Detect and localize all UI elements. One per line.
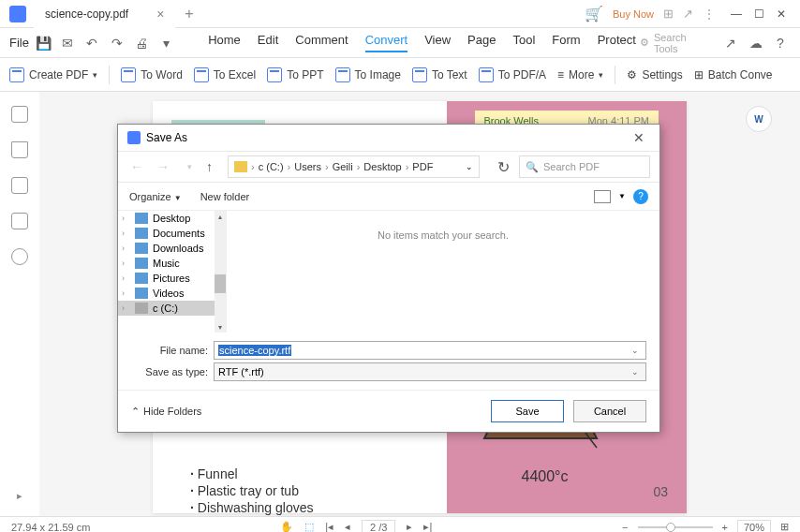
folder-icon xyxy=(234,161,247,172)
dialog-nav: ← → ▾ ↑ › c (C:) › Users › Geili › Deskt… xyxy=(118,151,659,183)
tree-item-videos[interactable]: ›Videos xyxy=(118,286,226,301)
tree-label: Desktop xyxy=(153,213,190,224)
dialog-toolbar: Organize ▼ New folder ▼ ? xyxy=(118,183,659,211)
chevron-icon: › xyxy=(251,161,255,172)
tree-label: Videos xyxy=(153,288,184,299)
search-input[interactable]: 🔍 Search PDF xyxy=(519,155,650,178)
hide-folders-label: Hide Folders xyxy=(143,406,201,417)
recent-dropdown[interactable]: ▾ xyxy=(180,162,199,171)
filename-value: science-copy.rtf xyxy=(218,345,291,356)
chevron-icon: › xyxy=(406,161,409,172)
dialog-close-button[interactable]: ✕ xyxy=(628,128,650,147)
filetype-select[interactable]: RTF (*.rtf) ⌄ xyxy=(214,362,646,381)
chevron-icon: › xyxy=(122,244,125,253)
dialog-overlay: Save As ✕ ← → ▾ ↑ › c (C:) › Users › Gei… xyxy=(0,0,800,532)
forward-button[interactable]: → xyxy=(154,159,172,174)
help-button[interactable]: ? xyxy=(633,189,648,204)
tree-item-documents[interactable]: ›Documents xyxy=(118,226,226,241)
folder-icon xyxy=(135,258,148,269)
dropdown-icon[interactable]: ⌄ xyxy=(629,367,642,377)
tree-item-downloads[interactable]: ›Downloads xyxy=(118,241,226,256)
filetype-label: Save as type: xyxy=(131,366,214,377)
save-as-dialog: Save As ✕ ← → ▾ ↑ › c (C:) › Users › Gei… xyxy=(117,124,660,433)
breadcrumb-item[interactable]: PDF xyxy=(412,161,433,172)
breadcrumb-item[interactable]: Geili xyxy=(333,161,353,172)
filetype-value: RTF (*.rtf) xyxy=(218,366,264,377)
folder-tree[interactable]: ›Desktop ›Documents ›Downloads ›Music ›P… xyxy=(118,211,227,332)
tree-item-drive-c[interactable]: ›c (C:) xyxy=(118,301,226,316)
file-list-area[interactable]: No items match your search. xyxy=(227,211,659,332)
tree-item-music[interactable]: ›Music xyxy=(118,256,226,271)
new-folder-button[interactable]: New folder xyxy=(200,191,250,202)
breadcrumb-item[interactable]: Users xyxy=(294,161,321,172)
tree-item-pictures[interactable]: ›Pictures xyxy=(118,271,226,286)
folder-icon xyxy=(135,273,148,284)
tree-label: Documents xyxy=(153,228,205,239)
chevron-icon: › xyxy=(122,259,125,268)
chevron-icon: › xyxy=(122,273,125,283)
chevron-icon: › xyxy=(122,303,125,313)
up-button[interactable]: ↑ xyxy=(206,159,213,174)
filename-label: File name: xyxy=(131,345,214,356)
chevron-icon: › xyxy=(288,161,291,172)
dialog-body: ›Desktop ›Documents ›Downloads ›Music ›P… xyxy=(118,211,659,332)
back-button[interactable]: ← xyxy=(127,159,146,174)
chevron-icon: › xyxy=(122,288,125,298)
dialog-button-bar: ⌃ Hide Folders Save Cancel xyxy=(118,390,659,432)
scrollbar-track[interactable] xyxy=(215,211,226,332)
breadcrumb-item[interactable]: c (C:) xyxy=(259,161,284,172)
chevron-icon: › xyxy=(122,214,125,223)
tree-label: Downloads xyxy=(153,243,203,254)
dialog-title: Save As xyxy=(146,131,187,144)
refresh-button[interactable]: ↻ xyxy=(495,158,511,176)
tree-label: Pictures xyxy=(153,273,190,284)
tree-label: c (C:) xyxy=(153,303,178,314)
search-icon: 🔍 xyxy=(526,161,539,173)
address-dropdown-icon[interactable]: ⌄ xyxy=(466,162,473,171)
chevron-icon: › xyxy=(122,229,125,238)
breadcrumb-item[interactable]: Desktop xyxy=(363,161,401,172)
cancel-button[interactable]: Cancel xyxy=(573,400,646,422)
folder-icon xyxy=(135,213,148,224)
save-button[interactable]: Save xyxy=(491,400,564,422)
dropdown-icon[interactable]: ⌄ xyxy=(629,346,642,355)
tree-item-desktop[interactable]: ›Desktop xyxy=(118,211,226,226)
organize-button[interactable]: Organize ▼ xyxy=(129,191,182,202)
scroll-up-button[interactable]: ▴ xyxy=(215,211,226,222)
folder-icon xyxy=(135,288,148,299)
tree-label: Music xyxy=(153,258,180,269)
dialog-app-icon xyxy=(127,131,141,144)
chevron-icon: › xyxy=(325,161,329,172)
folder-icon xyxy=(135,228,148,239)
organize-label: Organize xyxy=(129,191,171,202)
chevron-icon: › xyxy=(357,161,361,172)
scroll-down-button[interactable]: ▾ xyxy=(215,321,226,332)
scrollbar-thumb[interactable] xyxy=(215,274,226,293)
view-dropdown-icon[interactable]: ▼ xyxy=(618,192,626,200)
view-options-button[interactable] xyxy=(594,190,611,203)
folder-icon xyxy=(135,243,148,254)
dialog-inputs: File name: science-copy.rtf ⌄ Save as ty… xyxy=(118,332,659,390)
filename-input[interactable]: science-copy.rtf ⌄ xyxy=(214,341,646,360)
dialog-titlebar: Save As ✕ xyxy=(118,125,659,151)
empty-message: No items match your search. xyxy=(378,229,509,241)
chevron-up-icon: ⌃ xyxy=(131,406,140,418)
address-bar[interactable]: › c (C:) › Users › Geili › Desktop › PDF… xyxy=(228,155,480,178)
drive-icon xyxy=(135,303,148,314)
hide-folders-button[interactable]: ⌃ Hide Folders xyxy=(131,406,201,418)
search-placeholder: Search PDF xyxy=(543,161,600,172)
